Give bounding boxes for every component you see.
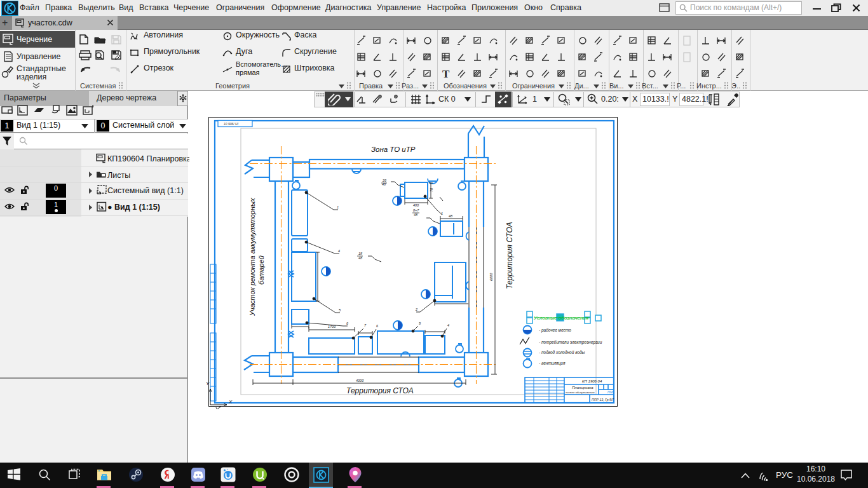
svg-text:- потребители электроэнергии: - потребители электроэнергии — [539, 340, 602, 345]
svg-text:2: 2 — [415, 308, 417, 311]
svg-text:T: T — [442, 68, 450, 80]
svg-text:Участок ремонта аккумуляторных: Участок ремонта аккумуляторных — [248, 198, 256, 316]
svg-text:6000: 6000 — [489, 273, 493, 281]
svg-text:8+7: 8+7 — [413, 208, 419, 212]
svg-text:48: 48 — [449, 214, 453, 218]
svg-text:КП 1906 04: КП 1906 04 — [582, 379, 602, 383]
svg-text:4000: 4000 — [356, 379, 364, 383]
svg-text:ПМ: ПМ — [607, 390, 613, 394]
svg-text:4: 4 — [338, 249, 340, 253]
svg-text:- подвод холодной воды: - подвод холодной воды — [539, 350, 585, 355]
svg-text:Территория СТОА: Территория СТОА — [346, 386, 414, 395]
svg-text:480: 480 — [413, 203, 419, 207]
svg-text:по тех обслуживанию: по тех обслуживанию — [566, 391, 595, 394]
svg-text:Зона ТО иТР: Зона ТО иТР — [371, 146, 416, 153]
svg-text:18: 18 — [358, 252, 363, 255]
svg-text:Планировка: Планировка — [572, 386, 593, 390]
svg-text:10 906/ UI: 10 906/ UI — [224, 122, 239, 126]
svg-text:- вентиляция: - вентиляция — [539, 361, 566, 366]
svg-text:Территория СТОА: Территория СТОА — [505, 222, 514, 289]
svg-text:Условные обозначения: Условные обозначения — [533, 315, 589, 321]
svg-text:- рабочее место: - рабочее место — [539, 328, 571, 333]
svg-text:Y: Y — [206, 381, 210, 386]
svg-text:48: 48 — [358, 256, 363, 260]
svg-text:78: 78 — [430, 187, 433, 192]
svg-text:батарей: батарей — [257, 255, 265, 285]
svg-text:4: 4 — [447, 323, 449, 327]
svg-text:ППР 13, Гр 5ІТ: ППР 13, Гр 5ІТ — [592, 398, 614, 402]
svg-text:X: X — [228, 399, 233, 405]
svg-text:48: 48 — [414, 213, 418, 217]
svg-text:1700: 1700 — [328, 325, 336, 329]
svg-text:1: 1 — [441, 212, 443, 215]
svg-text:1: 1 — [337, 205, 339, 209]
